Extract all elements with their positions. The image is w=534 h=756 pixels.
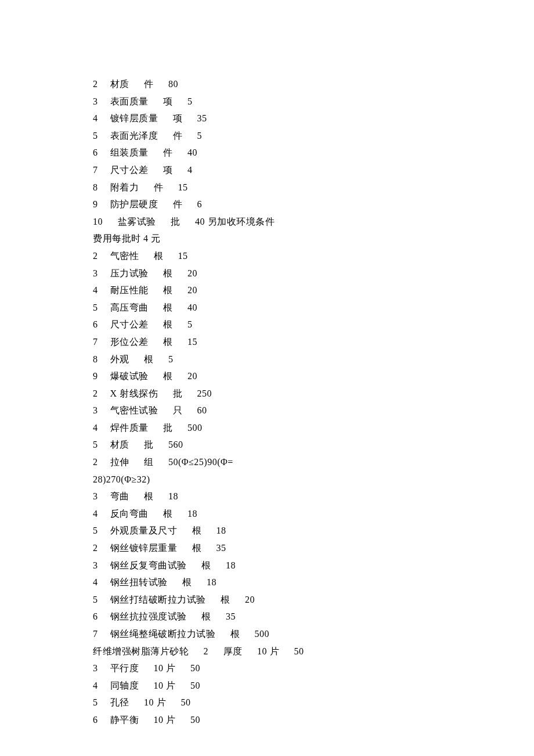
- text-line: 5 外观质量及尺寸 根 18: [93, 522, 534, 539]
- text-line: 9 爆破试验 根 20: [93, 368, 534, 385]
- text-line: 5 表面光泽度 件 5: [93, 127, 534, 145]
- text-line: 8 附着力 件 15: [93, 179, 534, 196]
- text-line: 4 镀锌层质量 项 35: [93, 110, 534, 127]
- text-line: 纤维增强树脂薄片砂轮 2 厚度 10 片 50: [93, 643, 534, 660]
- text-line: 6 组装质量 件 40: [93, 144, 534, 161]
- document-body: 2 材质 件 803 表面质量 项 54 镀锌层质量 项 355 表面光泽度 件…: [93, 75, 534, 729]
- text-line: 4 同轴度 10 片 50: [93, 677, 534, 694]
- text-line: 2 气密性 根 15: [93, 247, 534, 265]
- text-line: 3 表面质量 项 5: [93, 93, 534, 110]
- text-line: 28)270(Φ≥32): [93, 471, 534, 488]
- text-line: 6 钢丝抗拉强度试验 根 35: [93, 608, 534, 625]
- text-line: 2 材质 件 80: [93, 75, 534, 93]
- text-line: 5 孔径 10 片 50: [93, 694, 534, 711]
- text-line: 5 高压弯曲 根 40: [93, 299, 534, 316]
- text-line: 2 拉伸 组 50(Φ≤25)90(Φ=: [93, 453, 534, 471]
- text-line: 3 气密性试验 只 60: [93, 402, 534, 419]
- text-line: 3 钢丝反复弯曲试验 根 18: [93, 557, 534, 574]
- text-line: 4 耐压性能 根 20: [93, 282, 534, 299]
- text-line: 7 形位公差 根 15: [93, 333, 534, 351]
- text-line: 4 反向弯曲 根 18: [93, 505, 534, 523]
- text-line: 7 钢丝绳整绳破断拉力试验 根 500: [93, 625, 534, 643]
- text-line: 2 钢丝镀锌层重量 根 35: [93, 539, 534, 557]
- text-line: 9 防护层硬度 件 6: [93, 196, 534, 213]
- text-line: 3 压力试验 根 20: [93, 265, 534, 282]
- text-line: 3 弯曲 根 18: [93, 488, 534, 505]
- text-line: 4 焊件质量 批 500: [93, 419, 534, 437]
- text-line: 6 静平衡 10 片 50: [93, 711, 534, 729]
- text-line: 4 钢丝扭转试验 根 18: [93, 574, 534, 591]
- text-line: 5 钢丝打结破断拉力试验 根 20: [93, 591, 534, 609]
- text-line: 费用每批时 4 元: [93, 230, 534, 247]
- text-line: 8 外观 根 5: [93, 351, 534, 368]
- text-line: 6 尺寸公差 根 5: [93, 316, 534, 333]
- text-line: 3 平行度 10 片 50: [93, 660, 534, 677]
- text-line: 2 X 射线探伤 批 250: [93, 385, 534, 402]
- text-line: 10 盐雾试验 批 40 另加收环境条件: [93, 213, 534, 231]
- text-line: 5 材质 批 560: [93, 436, 534, 453]
- text-line: 7 尺寸公差 项 4: [93, 161, 534, 179]
